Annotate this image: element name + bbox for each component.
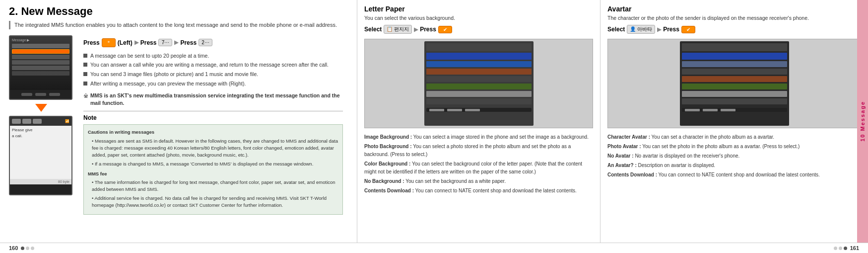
avatar-heading: Avartar [607, 5, 861, 13]
desc-image-bg: Image Background : You can select a imag… [364, 133, 593, 141]
sidebar-tab: 10 Message [857, 0, 868, 243]
press-key-right: ✔ [681, 26, 695, 33]
dot-right-1 [834, 247, 837, 250]
bullet-2: You can answer a call while you are writ… [83, 61, 343, 69]
key-2: 2⋯ [199, 39, 212, 46]
press-key-middle: ✔ [438, 26, 452, 33]
right-page-number: 161 [850, 245, 859, 251]
page-footer: 160 161 [0, 243, 868, 253]
cautions-title: Cautions in writing messages [88, 129, 338, 136]
desc-char-avatar: Character Avatar : You can set a charact… [607, 133, 861, 141]
desc-contents-dl-right: Contents Download : You can connect to N… [607, 171, 861, 179]
mms-fee-title: MMS fee [88, 170, 338, 177]
dot-right-3 [844, 247, 847, 250]
left-section: 2. New Message The integrated MMS functi… [0, 0, 357, 243]
intro-text: The integrated MMS function enables you … [9, 21, 348, 29]
mms-fee-2: • Additional service fee is charged. No … [88, 195, 338, 209]
avatar-subtext: The character or the photo of the sender… [607, 15, 861, 21]
letter-paper-subtext: You can select the various background. [364, 15, 593, 21]
left-page-number: 160 [9, 245, 18, 251]
phone-screenshots: Message ▶ [9, 35, 73, 218]
dot-right-2 [839, 247, 842, 250]
bullet-1: A message can be sent to upto 20 people … [83, 52, 343, 60]
page-title: 2. New Message [9, 5, 348, 18]
mms-fee-1: • The same information fee is charged fo… [88, 179, 338, 193]
select-key-right: 👤 아바타 [627, 25, 655, 34]
bullet-3: You can send 3 image files (photo or pic… [83, 71, 343, 78]
right-section: Avartar The character or the photo of th… [601, 0, 868, 243]
phone-screenshot-1: Message ▶ [9, 35, 72, 100]
letter-paper-screenshot [364, 39, 593, 128]
note-box: Cautions in writing messages • Messages … [83, 124, 343, 215]
avatar-desc-list: Character Avatar : You can set a charact… [607, 133, 861, 179]
avatar-screenshot [607, 39, 861, 128]
dot-left-2 [26, 247, 29, 250]
letter-paper-heading: Letter Paper [364, 5, 593, 13]
note-title: Note [83, 114, 343, 121]
caution-2: • If a message is changed to MMS, a mess… [88, 161, 338, 168]
avatar-select-line: Select 👤 아바타 ▶ Press ✔ [607, 25, 861, 34]
desc-contents-dl-middle: Contents Download : You can connect to N… [364, 187, 593, 195]
bullet-4: After writing a message, you can preview… [83, 80, 343, 87]
phone-screenshot-2: 📶 Please give a call. 80 byte [9, 116, 72, 195]
key-asterisk: ＊ [102, 38, 116, 47]
select-key-middle: 📋 편지지 [384, 25, 412, 34]
dot-left-3 [31, 247, 34, 250]
letter-paper-select-line: Select 📋 편지지 ▶ Press ✔ [364, 25, 593, 34]
desc-color-bg: Color Background : You can select the ba… [364, 160, 593, 176]
desc-photo-bg: Photo Background : You can select a phot… [364, 143, 593, 159]
caution-1: • Messages are sent as SMS in default. H… [88, 138, 338, 159]
press-instruction: Press ＊ (Left) ▶ Press 7⋯ ▶ Press 2⋯ [83, 38, 343, 47]
asterisk-note: ※ MMS is an SKT's new multimedia transmi… [83, 92, 343, 106]
desc-an-avatar: An Avatar? : Description on avartar is d… [607, 162, 861, 169]
desc-photo-avatar: Photo Avatar : You can set the photo in … [607, 143, 861, 151]
dot-left-1 [21, 247, 24, 250]
key-7: 7⋯ [158, 39, 172, 46]
desc-no-bg: No Background : You can set the backgrou… [364, 177, 593, 185]
bullet-list: A message can be sent to upto 20 people … [83, 52, 343, 87]
note-section: Note Cautions in writing messages • Mess… [83, 111, 343, 215]
desc-no-avatar: No Avatar : No avartar is displayed on t… [607, 152, 861, 160]
left-instructions: Press ＊ (Left) ▶ Press 7⋯ ▶ Press 2⋯ A m… [78, 35, 348, 218]
middle-section: Letter Paper You can select the various … [357, 0, 601, 243]
letter-paper-desc-list: Image Background : You can select a imag… [364, 133, 593, 195]
